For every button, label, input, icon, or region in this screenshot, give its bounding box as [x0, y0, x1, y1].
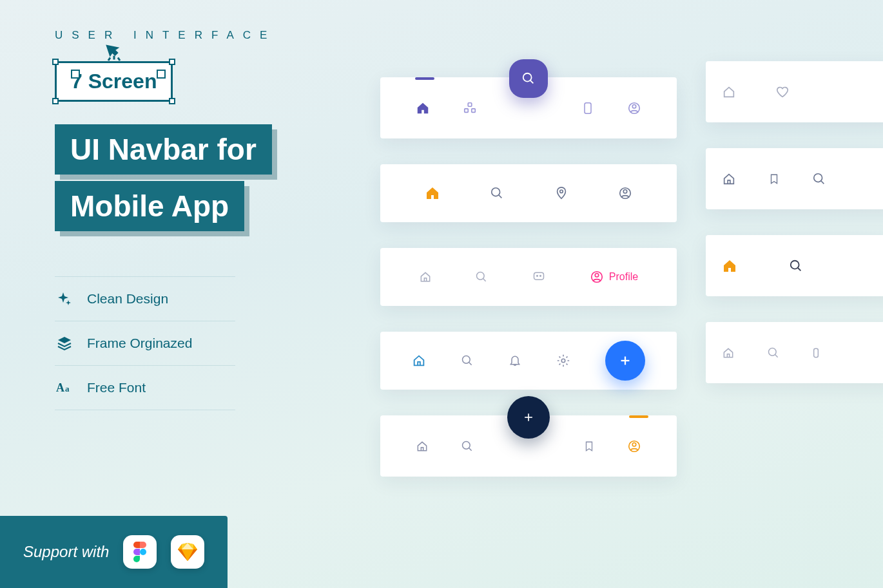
svg-line-2: [118, 58, 120, 61]
feature-list: Clean Design Frame Orginazed Aa Free Fon…: [55, 276, 325, 410]
title-line-1: UI Navbar for: [55, 124, 272, 175]
svg-point-13: [632, 104, 636, 108]
search-icon[interactable]: [789, 259, 803, 273]
sparkle-icon: [55, 291, 74, 307]
figma-icon: [133, 542, 147, 562]
navbar-variant-3: Profile: [380, 248, 677, 306]
main-title: UI Navbar for Mobile App: [55, 124, 325, 238]
navbar-variant-4: [380, 332, 677, 390]
navbar-variant-6: [706, 61, 883, 122]
add-fab-dark[interactable]: [507, 396, 550, 439]
svg-point-23: [540, 276, 541, 277]
profile-nav-item[interactable]: Profile: [590, 270, 638, 284]
search-icon[interactable]: [767, 346, 780, 359]
navbar-variant-9: [706, 322, 883, 383]
profile-icon[interactable]: [618, 186, 632, 200]
category-icon[interactable]: [463, 101, 477, 115]
badge-text: 7 Screen: [71, 70, 157, 93]
profile-icon[interactable]: [627, 101, 641, 115]
home-icon[interactable]: [722, 85, 736, 99]
feature-frame-organized: Frame Orginazed: [55, 321, 235, 366]
eyebrow-label: USER INTERFACE: [55, 29, 325, 42]
home-icon[interactable]: [722, 172, 736, 186]
svg-rect-21: [534, 272, 544, 280]
active-indicator: [629, 415, 648, 418]
home-icon[interactable]: [416, 440, 429, 453]
svg-point-36: [632, 442, 636, 446]
screen-count-badge: 7 Screen: [55, 61, 173, 102]
plus-icon: [522, 411, 535, 424]
floating-search-button[interactable]: [509, 59, 548, 98]
add-fab[interactable]: [605, 341, 645, 381]
profile-label: Profile: [609, 271, 638, 283]
home-icon[interactable]: [425, 185, 440, 201]
navbar-variant-1: [380, 77, 677, 138]
svg-point-18: [624, 190, 628, 194]
heart-icon[interactable]: [775, 85, 790, 99]
svg-rect-9: [465, 108, 469, 112]
svg-point-39: [791, 260, 799, 269]
svg-point-41: [769, 348, 777, 356]
svg-rect-11: [585, 102, 591, 113]
svg-point-19: [477, 272, 485, 280]
svg-line-1: [108, 58, 110, 61]
profile-icon[interactable]: [627, 439, 641, 453]
bookmark-icon[interactable]: [583, 439, 595, 453]
home-icon[interactable]: [722, 258, 737, 274]
svg-line-40: [798, 267, 801, 270]
profile-icon: [590, 270, 604, 284]
figma-badge: [123, 535, 157, 569]
search-icon[interactable]: [461, 354, 474, 367]
search-icon[interactable]: [475, 270, 488, 283]
svg-point-6: [523, 73, 532, 82]
active-indicator: [415, 77, 434, 80]
svg-point-5: [140, 549, 146, 555]
navbar-variant-2: [380, 164, 677, 222]
svg-point-37: [814, 173, 822, 182]
feature-clean-design: Clean Design: [55, 276, 235, 321]
location-icon[interactable]: [554, 185, 568, 201]
sketch-badge: [171, 535, 204, 569]
svg-point-16: [559, 190, 563, 193]
svg-point-14: [492, 188, 500, 196]
phone-icon[interactable]: [581, 101, 594, 115]
svg-point-22: [537, 276, 538, 277]
svg-point-26: [463, 356, 471, 364]
svg-rect-43: [814, 348, 819, 357]
svg-line-42: [775, 354, 778, 357]
svg-line-27: [469, 363, 472, 365]
svg-point-28: [561, 359, 565, 363]
search-icon: [521, 71, 536, 86]
title-line-2: Mobile App: [55, 181, 244, 231]
svg-line-38: [821, 180, 824, 184]
bell-icon[interactable]: [509, 354, 521, 368]
feature-label: Free Font: [87, 380, 146, 395]
svg-line-20: [483, 279, 486, 281]
search-icon[interactable]: [812, 172, 826, 186]
search-icon[interactable]: [461, 440, 474, 453]
bookmark-icon[interactable]: [768, 172, 780, 186]
feature-free-font: Aa Free Font: [55, 366, 235, 410]
layers-icon: [55, 336, 74, 351]
home-icon[interactable]: [419, 270, 432, 283]
support-banner: Support with: [0, 516, 228, 588]
more-icon[interactable]: [812, 346, 820, 359]
svg-text:a: a: [65, 384, 70, 394]
svg-rect-10: [472, 108, 476, 112]
sketch-icon: [178, 543, 197, 561]
chat-icon[interactable]: [532, 270, 546, 283]
home-icon[interactable]: [416, 101, 430, 115]
feature-label: Clean Design: [87, 291, 168, 307]
svg-line-15: [499, 195, 502, 198]
feature-label: Frame Orginazed: [87, 336, 192, 351]
navbar-previews-center: Profile: [380, 77, 677, 502]
svg-rect-8: [468, 102, 472, 106]
search-icon[interactable]: [490, 186, 504, 200]
svg-point-25: [595, 274, 599, 278]
gear-icon[interactable]: [556, 354, 570, 368]
home-icon[interactable]: [412, 354, 426, 368]
svg-line-7: [530, 81, 534, 84]
svg-text:A: A: [56, 381, 64, 394]
home-icon[interactable]: [722, 346, 735, 359]
svg-line-34: [469, 448, 472, 450]
